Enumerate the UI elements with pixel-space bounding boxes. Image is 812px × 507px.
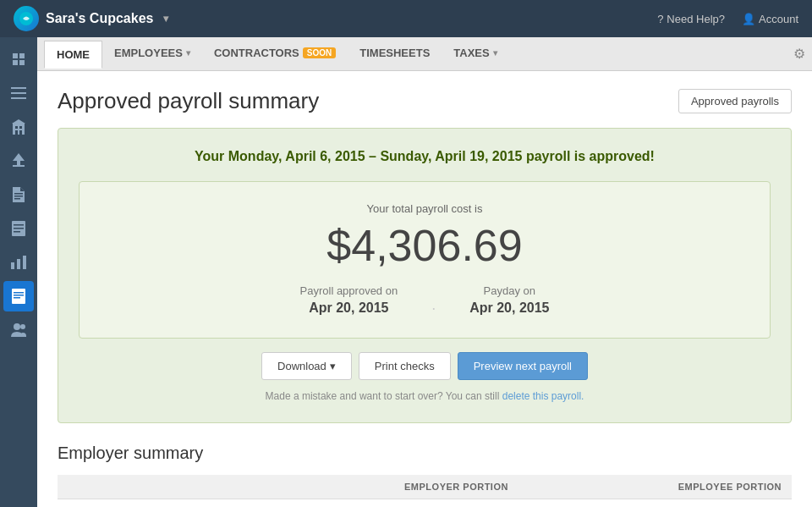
svg-rect-27: [12, 289, 25, 304]
svg-marker-15: [13, 153, 25, 165]
svg-rect-17: [14, 193, 23, 195]
preview-next-payroll-button[interactable]: Preview next payroll: [458, 352, 588, 380]
svg-rect-3: [13, 60, 18, 65]
col-header-employer: EMPLOYER PORTION: [244, 475, 518, 499]
table-row: Gross wages 3,923.08: [58, 499, 792, 508]
row-employee: 3,923.08: [518, 499, 792, 508]
approved-payrolls-button[interactable]: Approved payrolls: [678, 89, 792, 113]
cost-label: Your total payroll cost is: [100, 202, 749, 215]
payday-date: Apr 20, 2015: [469, 300, 549, 316]
svg-point-31: [14, 323, 20, 330]
sidebar-item-building[interactable]: [3, 112, 34, 142]
svg-rect-18: [14, 196, 23, 197]
top-nav: Sara's Cupcakes ▾ ? Need Help? 👤 Account: [0, 0, 812, 37]
svg-rect-30: [14, 297, 20, 299]
taxes-caret-icon: ▾: [493, 48, 497, 58]
action-buttons: Download ▾ Print checks Preview next pay…: [79, 352, 771, 380]
mistake-text: Made a mistake and want to start over? Y…: [79, 390, 771, 402]
svg-rect-29: [14, 295, 24, 296]
svg-rect-10: [19, 126, 22, 129]
row-label: Gross wages: [58, 499, 244, 508]
summary-box: Your Monday, April 6, 2015 – Sunday, Apr…: [58, 128, 792, 423]
main-layout: HOME EMPLOYEES ▾ CONTRACTORS SOON TIMESH…: [0, 37, 812, 507]
tab-contractors[interactable]: CONTRACTORS SOON: [202, 40, 348, 68]
employer-summary-section: Employer summary EMPLOYER PORTION EMPLOY…: [58, 444, 792, 507]
help-icon: ?: [657, 13, 663, 25]
inner-summary-box: Your total payroll cost is $4,306.69 Pay…: [79, 181, 771, 339]
svg-rect-5: [11, 87, 26, 89]
svg-rect-21: [14, 224, 24, 226]
cost-amount: $4,306.69: [100, 220, 749, 271]
svg-rect-14: [13, 165, 25, 167]
svg-rect-4: [19, 60, 25, 65]
tab-timesheets[interactable]: TIMESHEETS: [348, 40, 442, 68]
svg-rect-22: [14, 228, 24, 229]
date-separator: ·: [431, 284, 436, 317]
sidebar-item-chart[interactable]: [3, 247, 34, 278]
settings-icon[interactable]: ⚙: [793, 46, 805, 62]
svg-point-32: [20, 324, 25, 329]
svg-rect-8: [13, 123, 25, 135]
svg-marker-13: [12, 119, 25, 124]
tab-employees[interactable]: EMPLOYEES ▾: [102, 40, 202, 68]
row-employer: [244, 499, 518, 508]
print-checks-button[interactable]: Print checks: [359, 352, 451, 380]
page-title: Approved payroll summary: [58, 88, 319, 114]
svg-rect-26: [23, 256, 26, 269]
page-content: Approved payroll summary Approved payrol…: [37, 71, 812, 507]
page-header: Approved payroll summary Approved payrol…: [58, 88, 792, 114]
svg-rect-2: [19, 53, 25, 58]
sidebar-item-document[interactable]: [3, 179, 34, 210]
payday-label: Payday on: [484, 284, 535, 297]
summary-box-title: Your Monday, April 6, 2015 – Sunday, Apr…: [79, 149, 771, 164]
svg-rect-11: [15, 130, 18, 135]
sidebar-item-payroll[interactable]: [3, 281, 34, 311]
sidebar-item-upload[interactable]: [3, 146, 34, 176]
approved-date-item: Payroll approved on Apr 20, 2015: [300, 284, 398, 317]
svg-rect-9: [15, 126, 18, 129]
app-name: Sara's Cupcakes: [46, 11, 153, 26]
sidebar-item-checklist[interactable]: [3, 213, 34, 244]
delete-payroll-link[interactable]: delete this payroll.: [502, 390, 584, 402]
col-header-label: [58, 475, 244, 499]
download-button[interactable]: Download ▾: [261, 352, 352, 380]
svg-marker-16: [20, 187, 25, 191]
payroll-dates: Payroll approved on Apr 20, 2015 · Payda…: [100, 284, 749, 317]
svg-rect-12: [19, 130, 22, 135]
svg-rect-7: [11, 97, 26, 99]
svg-rect-23: [14, 231, 20, 233]
sidebar: [0, 37, 37, 507]
col-header-employee: EMPLOYEE PORTION: [518, 475, 792, 499]
tab-taxes[interactable]: TAXES ▾: [442, 40, 508, 68]
svg-rect-1: [13, 53, 18, 58]
top-nav-right: ? Need Help? 👤 Account: [657, 13, 798, 25]
contractors-soon-badge: SOON: [303, 47, 336, 58]
svg-rect-25: [17, 259, 20, 269]
approved-date: Apr 20, 2015: [309, 300, 388, 316]
employer-summary-title: Employer summary: [58, 444, 792, 463]
employees-caret-icon: ▾: [186, 48, 190, 58]
sidebar-item-home[interactable]: [3, 44, 34, 74]
account-icon: 👤: [742, 13, 755, 25]
logo-icon: [14, 6, 39, 31]
app-dropdown-icon[interactable]: ▾: [163, 13, 168, 25]
app-logo[interactable]: Sara's Cupcakes ▾: [14, 6, 168, 31]
svg-rect-19: [14, 198, 20, 200]
sidebar-item-people[interactable]: [3, 315, 34, 345]
account-link[interactable]: 👤 Account: [742, 13, 798, 25]
approved-label: Payroll approved on: [300, 284, 398, 297]
payday-date-item: Payday on Apr 20, 2015: [469, 284, 549, 317]
svg-rect-6: [11, 92, 26, 94]
sidebar-item-list[interactable]: [3, 78, 34, 108]
tab-home[interactable]: HOME: [44, 41, 102, 69]
svg-rect-24: [11, 262, 14, 269]
help-link[interactable]: ? Need Help?: [657, 13, 725, 25]
svg-rect-28: [14, 292, 24, 294]
download-caret-icon: ▾: [330, 360, 336, 372]
tab-bar: HOME EMPLOYEES ▾ CONTRACTORS SOON TIMESH…: [37, 37, 812, 71]
employer-summary-table: EMPLOYER PORTION EMPLOYEE PORTION Gross …: [58, 475, 792, 507]
content-area: HOME EMPLOYEES ▾ CONTRACTORS SOON TIMESH…: [37, 37, 812, 507]
